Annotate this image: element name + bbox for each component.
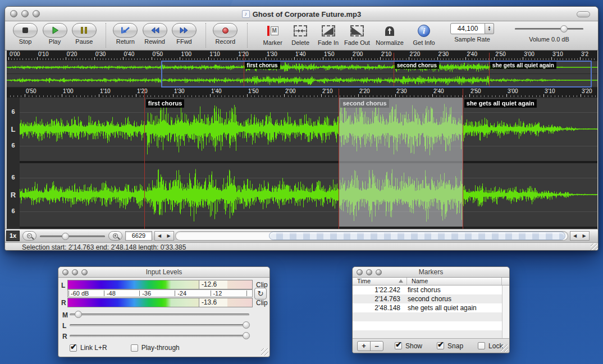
show-checkbox[interactable]: Show [395, 342, 422, 350]
main-marker-label[interactable]: she gets all quiet again [464, 99, 537, 108]
scroll-left-button[interactable]: ◀ [154, 231, 165, 241]
scroll-right-button[interactable]: ▶ [164, 231, 174, 241]
window-title: ♪ Ghost of Corporate Future.mp3 [5, 7, 598, 21]
play-button[interactable]: Play [41, 23, 68, 45]
left-slider-thumb[interactable] [243, 321, 250, 329]
volume-slider[interactable] [515, 23, 583, 34]
table-row[interactable]: 2'48.148she gets all quiet again [353, 303, 503, 312]
ruler-tick [472, 58, 472, 60]
sample-rate-stepper[interactable]: ▲▼ [485, 23, 494, 34]
ruler-tick [420, 58, 421, 60]
fade-in-icon [322, 25, 335, 36]
ruler-tick [121, 95, 122, 97]
checkbox-icon[interactable] [70, 344, 77, 352]
ruler-tick [310, 95, 310, 97]
main-marker-label[interactable]: first chorus [146, 99, 185, 108]
ruler-tick [189, 58, 189, 60]
rewind-button[interactable]: Rewind [141, 23, 168, 45]
markers-title-bar[interactable]: Markers [353, 267, 509, 278]
markers-table-header: Time Name [353, 278, 509, 285]
marker-tool-button[interactable]: M Marker [260, 23, 286, 46]
ruler-tick [380, 57, 381, 60]
delete-tool-button[interactable]: Delete [287, 23, 313, 46]
ruler-tick [509, 58, 509, 60]
checkbox-icon[interactable] [437, 342, 444, 349]
zoom-out-button[interactable] [22, 231, 36, 241]
ruler-tick [418, 95, 418, 97]
overview-ruler[interactable]: 0'000'100'200'300'400'501'001'101'201'30… [7, 50, 597, 61]
snap-checkbox[interactable]: Snap [437, 342, 463, 350]
markers-window[interactable]: Markers Time Name 1'22.242first chorus2'… [352, 266, 510, 353]
selection-status-text: Selection start: 2'14.763 end: 2'48.148 … [22, 243, 186, 251]
ruler-tick [573, 95, 574, 97]
palette-resize-grip[interactable] [501, 344, 508, 352]
fast-forward-button[interactable]: FFwd [171, 23, 198, 45]
master-gain-slider[interactable] [70, 314, 249, 316]
sample-rate-value[interactable]: 44,100 [450, 23, 485, 34]
left-gain-slider[interactable] [70, 324, 249, 326]
ruler-tick [518, 95, 518, 97]
toolbar-toggle-lozenge[interactable] [577, 11, 590, 17]
main-marker-line[interactable] [463, 89, 463, 229]
ruler-tick [191, 58, 192, 60]
ruler-tick [473, 95, 474, 97]
get-info-button[interactable]: i Get Info [408, 23, 440, 46]
right-slider-thumb[interactable] [243, 332, 250, 339]
name-column-header[interactable]: Name [407, 278, 502, 285]
table-row[interactable]: 2'14.763second chorus [353, 294, 503, 303]
zoom-slider-thumb[interactable] [62, 233, 69, 240]
audio-editor-window[interactable]: ♪ Ghost of Corporate Future.mp3 Stop Pla… [4, 6, 599, 251]
zoom-slider[interactable] [40, 229, 105, 243]
scroll-right-button[interactable]: ▶ [579, 231, 590, 241]
checkbox-icon[interactable] [395, 342, 402, 349]
play-icon [51, 26, 59, 34]
music-note-icon: ♪ [242, 10, 250, 18]
right-gain-slider[interactable] [70, 335, 249, 337]
main-ruler[interactable]: 0'501'001'101'201'301'401'502'002'102'20… [7, 87, 597, 98]
horizontal-scrollbar[interactable] [175, 231, 568, 241]
right-clip-indicator[interactable]: Clip [256, 299, 268, 307]
fade-in-button[interactable]: Fade In [315, 23, 341, 46]
selection-overlay[interactable] [339, 98, 462, 227]
link-lr-checkbox[interactable]: Link L+R [70, 344, 107, 352]
volume-control: Volume 0.0 dB [507, 23, 591, 43]
volume-slider-thumb[interactable] [560, 25, 568, 33]
remove-marker-button[interactable]: – [370, 341, 383, 351]
main-marker-line[interactable] [144, 89, 145, 229]
scrollbar-thumb[interactable] [269, 232, 565, 240]
reset-peaks-button[interactable]: ↻ [254, 288, 267, 300]
window-resize-grip[interactable] [591, 243, 598, 251]
ruler-tick [500, 58, 500, 60]
master-slider-thumb[interactable] [75, 311, 82, 318]
zoom-in-button[interactable] [108, 231, 122, 241]
main-marker-line[interactable] [339, 89, 339, 229]
markers-list[interactable]: 1'22.242first chorus2'14.763second choru… [353, 285, 503, 339]
samples-per-pixel-value[interactable]: 6629 [125, 231, 152, 241]
ruler-tick [525, 95, 526, 97]
visible-range-box[interactable] [161, 61, 592, 87]
fade-out-button[interactable]: Fade Out [343, 23, 371, 46]
time-column-header[interactable]: Time [353, 278, 407, 285]
input-levels-title-bar[interactable]: Input Levels [58, 267, 269, 278]
ruler-tick [137, 58, 138, 60]
pause-button[interactable]: Pause [71, 23, 98, 45]
vertical-scrollbar[interactable] [502, 285, 509, 339]
scroll-left-button[interactable]: ◀ [570, 231, 580, 241]
return-button[interactable]: Return [112, 23, 139, 45]
stop-button[interactable]: Stop [12, 23, 39, 45]
table-row[interactable]: 1'22.242first chorus [353, 285, 503, 294]
palette-resize-grip[interactable] [261, 348, 268, 356]
right-channel-waveform[interactable] [20, 163, 597, 227]
add-marker-button[interactable]: + [357, 341, 371, 351]
input-levels-window[interactable]: Input Levels L -12.6 Clip -60 dB -48 -36… [58, 266, 270, 357]
checkbox-icon[interactable] [131, 344, 138, 352]
left-slider-label: L [62, 322, 66, 330]
play-through-checkbox[interactable]: Play-through [131, 344, 180, 352]
checkbox-icon[interactable] [478, 342, 485, 349]
record-button[interactable]: Record [212, 23, 239, 45]
lock-checkbox[interactable]: Lock [478, 342, 502, 350]
table-row[interactable] [353, 312, 503, 321]
title-bar[interactable]: ♪ Ghost of Corporate Future.mp3 [5, 7, 598, 21]
table-row[interactable] [353, 321, 503, 330]
normalize-button[interactable]: Normalize [373, 23, 406, 46]
